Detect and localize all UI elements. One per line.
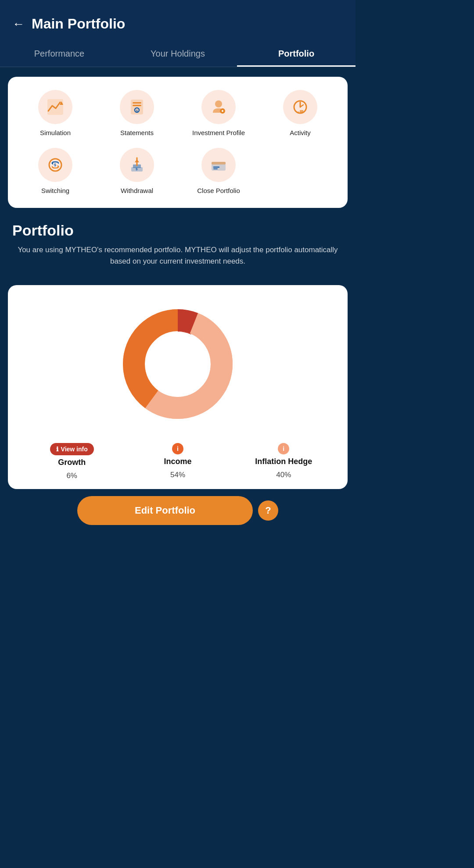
switching-icon: $ (46, 156, 65, 174)
portfolio-heading: Portfolio (12, 222, 343, 239)
investment-profile-icon (209, 98, 228, 116)
activity-icon (291, 98, 309, 116)
header: ← Main Portfolio (0, 0, 356, 41)
svg-text:$: $ (136, 167, 138, 171)
portfolio-section: Portfolio You are using MYTHEO's recomme… (0, 218, 356, 285)
legend-item-growth: ℹ View info Growth 6% (21, 443, 122, 480)
svg-rect-4 (133, 105, 141, 106)
income-info-row: i (172, 443, 183, 454)
close-portfolio-icon-circle (201, 148, 236, 182)
actions-card: Simulation $ Statements (8, 77, 348, 208)
switching-label: Switching (41, 186, 69, 195)
back-button[interactable]: ← (12, 18, 25, 30)
actions-grid-row1: Simulation $ Statements (17, 90, 339, 137)
simulation-icon-circle (38, 90, 72, 124)
svg-text:$: $ (136, 109, 138, 113)
investment-profile-label: Investment Profile (192, 129, 245, 137)
tab-your-holdings[interactable]: Your Holdings (118, 41, 237, 67)
legend-row: ℹ View info Growth 6% i Income 54% i Inf… (17, 443, 339, 489)
edit-portfolio-row: Edit Portfolio ? (0, 489, 356, 536)
close-portfolio-label: Close Portfolio (197, 186, 240, 195)
svg-point-34 (145, 332, 210, 396)
withdrawal-label: Withdrawal (121, 186, 153, 195)
statements-icon: $ (128, 98, 146, 116)
view-info-label: View info (61, 446, 88, 453)
svg-rect-26 (212, 162, 226, 164)
legend-item-income: i Income 54% (127, 443, 228, 480)
donut-chart (112, 298, 244, 430)
statements-icon-circle: $ (120, 90, 154, 124)
svg-marker-17 (51, 161, 53, 165)
svg-rect-15 (298, 111, 299, 113)
info-button-inflation-hedge[interactable]: i (278, 443, 289, 454)
sidebar-item-close-portfolio[interactable]: Close Portfolio (180, 148, 257, 195)
svg-marker-23 (135, 159, 139, 162)
sidebar-item-switching[interactable]: $ Switching (17, 148, 94, 195)
income-label: Income (164, 457, 191, 466)
svg-rect-3 (133, 102, 141, 104)
simulation-label: Simulation (40, 129, 71, 137)
info-button-income[interactable]: i (172, 443, 183, 454)
activity-label: Activity (290, 129, 311, 137)
statements-label: Statements (120, 129, 154, 137)
page-title: Main Portfolio (32, 16, 125, 32)
info-icon-growth: ℹ (56, 446, 58, 453)
income-percentage: 54% (170, 471, 185, 479)
legend-item-inflation-hedge: i Inflation Hedge 40% (233, 443, 334, 480)
inflation-hedge-percentage: 40% (276, 471, 291, 479)
withdrawal-icon-circle: $ (120, 148, 154, 182)
portfolio-description: You are using MYTHEO's recommended portf… (12, 244, 343, 267)
tab-bar: Performance Your Holdings Portfolio (0, 41, 356, 67)
growth-label: Growth (58, 458, 86, 467)
switching-icon-circle: $ (38, 148, 72, 182)
help-button[interactable]: ? (258, 500, 278, 521)
inflation-hedge-info-row: i (278, 443, 289, 454)
empty-cell (262, 148, 339, 195)
svg-marker-18 (57, 165, 59, 168)
sidebar-item-withdrawal[interactable]: $ Withdrawal (98, 148, 176, 195)
sidebar-item-simulation[interactable]: Simulation (17, 90, 94, 137)
svg-rect-14 (300, 110, 303, 113)
growth-info-row: ℹ View info (50, 443, 94, 455)
inflation-hedge-label: Inflation Hedge (255, 457, 312, 466)
chart-card: ℹ View info Growth 6% i Income 54% i Inf… (8, 285, 348, 489)
sidebar-item-activity[interactable]: Activity (262, 90, 339, 137)
sidebar-item-investment-profile[interactable]: Investment Profile (180, 90, 257, 137)
investment-profile-icon-circle (201, 90, 236, 124)
svg-text:$: $ (54, 163, 56, 167)
svg-rect-0 (47, 99, 63, 115)
actions-grid-row2: $ Switching $ Withdrawal (17, 148, 339, 195)
close-portfolio-icon (209, 156, 228, 174)
simulation-icon (46, 98, 65, 116)
view-info-button[interactable]: ℹ View info (50, 443, 94, 455)
tab-performance[interactable]: Performance (0, 41, 118, 67)
sidebar-item-statements[interactable]: $ Statements (98, 90, 176, 137)
withdrawal-icon: $ (128, 156, 146, 174)
growth-percentage: 6% (66, 472, 77, 480)
tab-portfolio[interactable]: Portfolio (237, 41, 356, 67)
edit-portfolio-button[interactable]: Edit Portfolio (77, 496, 253, 525)
activity-icon-circle (283, 90, 317, 124)
donut-chart-container (17, 298, 339, 430)
svg-point-7 (215, 100, 222, 107)
